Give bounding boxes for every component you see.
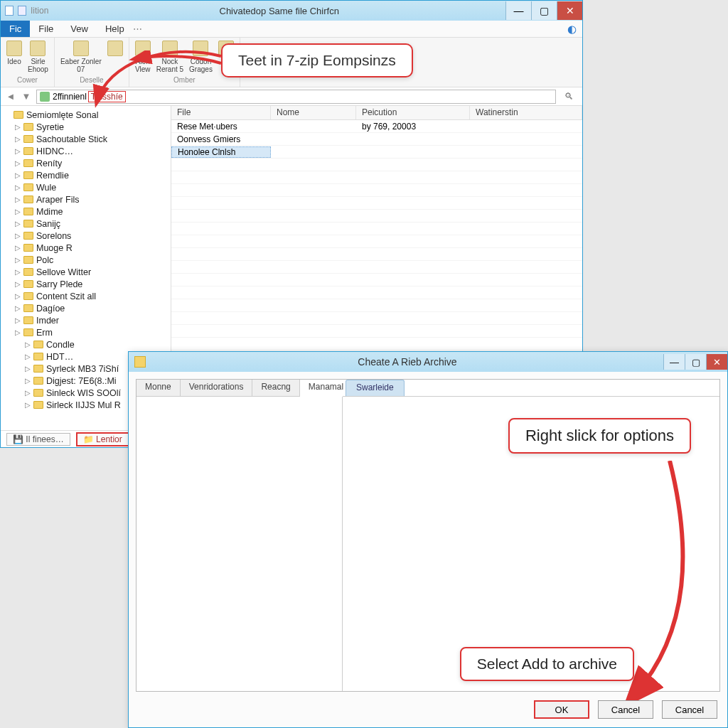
tree-node[interactable]: ▷Sarry Plede bbox=[5, 278, 171, 290]
dialog-tab-venridorations[interactable]: Venridorations bbox=[181, 380, 253, 396]
tree-expander-icon[interactable]: ▷ bbox=[15, 304, 23, 312]
tree-expander-icon[interactable]: ▷ bbox=[15, 196, 23, 203]
status-left[interactable]: 💾 Il finees… bbox=[6, 433, 70, 446]
tree-expander-icon[interactable]: ▷ bbox=[25, 377, 33, 385]
tree-node[interactable]: ▷Imder bbox=[5, 314, 171, 326]
tree-expander-icon[interactable]: ▷ bbox=[25, 365, 33, 373]
col-file[interactable]: File bbox=[171, 106, 271, 119]
tree-node[interactable]: ▷Reníty bbox=[5, 157, 171, 169]
dialog-right-tab[interactable]: Swarleide bbox=[346, 380, 405, 396]
menu-help[interactable]: Help bbox=[97, 21, 133, 37]
tree-expander-icon[interactable]: ▷ bbox=[15, 183, 23, 191]
menu-vew[interactable]: Vew bbox=[62, 21, 97, 37]
tree-expander-icon[interactable]: ▷ bbox=[25, 341, 33, 348]
tree-node[interactable]: ▷Sanijç bbox=[5, 218, 171, 230]
tree-node[interactable]: ▷Wule bbox=[5, 181, 171, 193]
col-date[interactable]: Watinerstin bbox=[470, 106, 582, 119]
tree-label: Semiomlęte Sonal bbox=[26, 110, 98, 120]
search-icon[interactable]: 🔍︎ bbox=[564, 91, 574, 102]
tree-expander-icon[interactable]: ▷ bbox=[15, 328, 23, 336]
ribbon-button-1-1[interactable] bbox=[107, 41, 123, 73]
dialog-minimize-button[interactable]: — bbox=[663, 354, 685, 370]
tree-node[interactable]: ▷Erm bbox=[5, 326, 171, 338]
ribbon-button-0-0[interactable]: Ideo bbox=[6, 41, 22, 73]
dialog-close-button[interactable]: ✕ bbox=[706, 354, 727, 370]
minimize-button[interactable]: — bbox=[505, 1, 531, 20]
tree-node[interactable]: ▷Mdime bbox=[5, 205, 171, 218]
create-archive-dialog: Cheate A Rieb Archive — ▢ ✕ MonneVenrido… bbox=[128, 351, 728, 728]
tree-expander-icon[interactable]: ▷ bbox=[25, 389, 33, 397]
dialog-titlebar[interactable]: Cheate A Rieb Archive — ▢ ✕ bbox=[129, 352, 727, 372]
ribbon-button-1-0[interactable]: Eaber Zonler07 bbox=[60, 41, 102, 73]
titlebar[interactable]: Iition Chivatedop Same file Chirfcn — ▢ … bbox=[1, 1, 582, 21]
ribbon-button-label: Codon bbox=[191, 58, 211, 65]
tree-node[interactable]: ▷Sorelons bbox=[5, 230, 171, 242]
nav-fwd-icon[interactable]: ▼ bbox=[21, 91, 32, 102]
menu-fic[interactable]: Fic bbox=[1, 21, 30, 37]
tree-node[interactable]: ▷Content Szit all bbox=[5, 290, 171, 302]
tree-expander-icon[interactable]: ▷ bbox=[15, 220, 23, 228]
tree-node[interactable]: ▷Muoge R bbox=[5, 242, 171, 254]
tree-node[interactable]: ▷Sellove Witter bbox=[5, 266, 171, 278]
tree-expander-icon[interactable]: ▷ bbox=[15, 171, 23, 179]
tree-expander-icon[interactable]: ▷ bbox=[15, 123, 23, 131]
status-hot[interactable]: 📁 Lentior bbox=[76, 432, 129, 446]
tree-node[interactable]: ▷Condle bbox=[5, 338, 171, 350]
address-input[interactable]: 2ffinnienl Tinsshíe bbox=[36, 90, 556, 104]
col-description[interactable]: Peicution bbox=[356, 106, 470, 119]
quick-doc-icon[interactable] bbox=[5, 6, 14, 16]
tree-node[interactable]: Semiomlęte Sonal bbox=[5, 109, 171, 121]
tree-node[interactable]: ▷Remdlie bbox=[5, 169, 171, 181]
tree-expander-icon[interactable]: ▷ bbox=[15, 244, 23, 252]
cancel-button[interactable]: Cancel bbox=[598, 700, 653, 719]
file-row[interactable]: Rese Met·ubersby 769, 20003 bbox=[171, 120, 582, 133]
ribbon-button-sublabel: Ehoop bbox=[28, 65, 48, 73]
tree-expander-icon[interactable]: ▷ bbox=[15, 232, 23, 240]
tree-expander-icon[interactable]: ▷ bbox=[15, 316, 23, 324]
tree-expander-icon[interactable]: ▷ bbox=[15, 292, 23, 300]
ok-button[interactable]: OK bbox=[534, 700, 589, 719]
dialog-tab-monne[interactable]: Monne bbox=[136, 380, 181, 396]
dialog-maximize-button[interactable]: ▢ bbox=[685, 354, 706, 370]
tree-expander-icon[interactable]: ▷ bbox=[15, 268, 23, 276]
ribbon: IdeoSirleEhoopCowerEaber Zonler07Deselle… bbox=[1, 38, 582, 87]
tree-node[interactable]: ▷Araper Fils bbox=[5, 193, 171, 205]
close-button[interactable]: ✕ bbox=[557, 1, 582, 20]
tree-node[interactable]: ▷Dagíoe bbox=[5, 302, 171, 314]
column-headers[interactable]: File Nome Peicution Watinerstin bbox=[171, 106, 582, 120]
cancel-button-2[interactable]: Cancel bbox=[662, 700, 717, 719]
tree-label: HIDNC… bbox=[36, 146, 73, 156]
maximize-button[interactable]: ▢ bbox=[531, 1, 557, 20]
tree-node[interactable]: ▷HIDNC… bbox=[5, 145, 171, 157]
ribbon-button-2-1[interactable]: NockRerant 5 bbox=[156, 41, 183, 73]
dialog-tab-reacng[interactable]: Reacng bbox=[252, 380, 299, 396]
folder-icon bbox=[23, 232, 33, 240]
tree-expander-icon[interactable]: ▷ bbox=[25, 353, 33, 360]
tree-label: Polc bbox=[36, 255, 53, 265]
ribbon-button-0-1[interactable]: SirleEhoop bbox=[28, 41, 48, 73]
help-icon[interactable]: ◐ bbox=[567, 23, 577, 36]
tree-expander-icon[interactable]: ▷ bbox=[15, 208, 23, 215]
menubar-overflow-icon[interactable]: ⋯ bbox=[133, 23, 142, 34]
tree-label: Dagíoe bbox=[36, 304, 65, 314]
tree-expander-icon[interactable]: ▷ bbox=[15, 159, 23, 167]
ribbon-button-icon bbox=[135, 41, 151, 56]
col-name[interactable]: Nome bbox=[271, 106, 356, 119]
tree-node[interactable]: ▷Sachoutable Stick bbox=[5, 133, 171, 145]
tree-expander-icon[interactable]: ▷ bbox=[15, 256, 23, 264]
ribbon-button-2-2[interactable]: CodonGrages bbox=[189, 41, 213, 73]
tree-expander-icon[interactable]: ▷ bbox=[15, 147, 23, 155]
folder-icon bbox=[23, 147, 33, 155]
tree-node[interactable]: ▷Syretie bbox=[5, 121, 171, 133]
file-row[interactable]: Honolee Clnlsh bbox=[171, 146, 582, 159]
ribbon-button-2-0[interactable]: AlenVlew bbox=[135, 41, 151, 73]
nav-back-icon[interactable]: ◄ bbox=[5, 91, 16, 102]
file-row[interactable]: Oonvess Gmiers bbox=[171, 133, 582, 146]
tree-expander-icon[interactable]: ▷ bbox=[25, 401, 33, 409]
tree-node[interactable]: ▷Polc bbox=[5, 254, 171, 266]
tree-expander-icon[interactable]: ▷ bbox=[15, 135, 23, 143]
quick-page-icon[interactable] bbox=[18, 6, 26, 16]
tree-expander-icon[interactable]: ▷ bbox=[15, 280, 23, 288]
menu-file[interactable]: File bbox=[30, 21, 62, 37]
status-left-text: Il finees… bbox=[26, 434, 63, 444]
